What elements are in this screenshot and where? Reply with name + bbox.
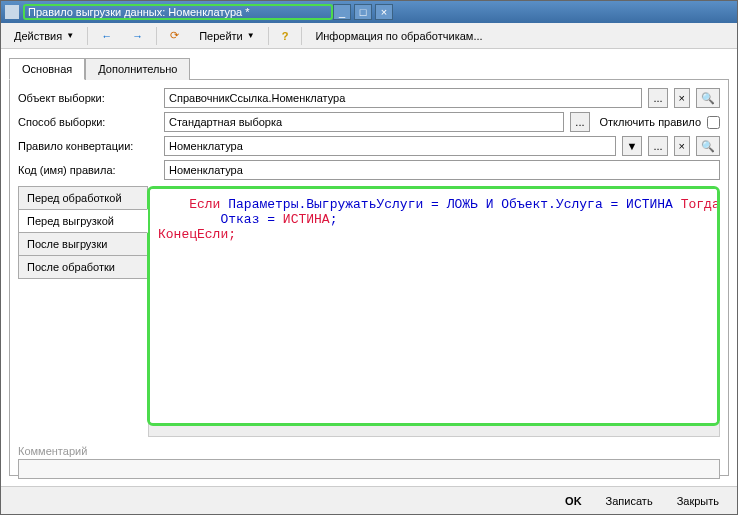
main-window: Правило выгрузки данных: Номенклатура * …: [0, 0, 738, 515]
code-editor[interactable]: Если Параметры.ВыгружатьУслуги = ЛОЖЬ И …: [147, 186, 720, 426]
conversion-rule-lookup[interactable]: 🔍: [696, 136, 720, 156]
keyword-then: Тогда: [681, 197, 720, 212]
separator: [156, 27, 157, 45]
goto-label: Перейти: [199, 30, 243, 42]
code-area: Перед обработкой Перед выгрузкой После в…: [18, 186, 720, 426]
nav-fwd-button[interactable]: →: [125, 27, 150, 45]
window-title: Правило выгрузки данных: Номенклатура *: [23, 4, 333, 20]
minimize-button[interactable]: _: [333, 4, 351, 20]
conversion-rule-input[interactable]: [164, 136, 616, 156]
side-tab-before-upload[interactable]: Перед выгрузкой: [18, 209, 148, 233]
selection-method-input[interactable]: [164, 112, 564, 132]
minimize-icon: _: [339, 6, 345, 18]
save-button[interactable]: Записать: [596, 492, 663, 510]
row-conversion-rule: Правило конвертации: ▼ ... × 🔍: [18, 136, 720, 156]
conversion-rule-ellipsis[interactable]: ...: [648, 136, 667, 156]
titlebar: Правило выгрузки данных: Номенклатура * …: [1, 1, 737, 23]
maximize-icon: □: [360, 6, 367, 18]
comment-section: Комментарий: [18, 445, 720, 479]
row-selection-method: Способ выборки: ... Отключить правило: [18, 112, 720, 132]
selection-object-label: Объект выборки:: [18, 92, 158, 104]
separator: [268, 27, 269, 45]
actions-label: Действия: [14, 30, 62, 42]
comment-label: Комментарий: [18, 445, 720, 457]
code-semi: ;: [330, 212, 338, 227]
keyword-endif: КонецЕсли;: [158, 227, 236, 242]
selection-method-label: Способ выборки:: [18, 116, 158, 128]
code-indent: [158, 212, 220, 227]
tab-strip: Основная Дополнительно: [9, 57, 729, 79]
separator: [301, 27, 302, 45]
selection-object-ellipsis[interactable]: ...: [648, 88, 667, 108]
code-deny: Отказ =: [220, 212, 282, 227]
nav-back-button[interactable]: ←: [94, 27, 119, 45]
side-tab-before-process[interactable]: Перед обработкой: [18, 186, 148, 210]
tab-main[interactable]: Основная: [9, 58, 85, 80]
comment-input[interactable]: [18, 459, 720, 479]
chevron-down-icon: ▼: [247, 31, 255, 40]
separator: [87, 27, 88, 45]
side-tab-after-process[interactable]: После обработки: [18, 255, 148, 279]
close-window-button[interactable]: Закрыть: [667, 492, 729, 510]
side-tab-after-upload[interactable]: После выгрузки: [18, 232, 148, 256]
window-icon: [5, 5, 19, 19]
selection-object-clear[interactable]: ×: [674, 88, 690, 108]
keyword-if: Если: [189, 197, 220, 212]
code-name-label: Код (имя) правила:: [18, 164, 158, 176]
event-tabs: Перед обработкой Перед выгрузкой После в…: [18, 186, 148, 426]
tab-content: Объект выборки: ... × 🔍 Способ выборки: …: [9, 79, 729, 476]
code-condition: Параметры.ВыгружатьУслуги = ЛОЖЬ И Объек…: [220, 197, 680, 212]
bottom-bar: OK Записать Закрыть: [1, 486, 737, 514]
tab-extra[interactable]: Дополнительно: [85, 58, 190, 80]
row-selection-object: Объект выборки: ... × 🔍: [18, 88, 720, 108]
close-button[interactable]: ×: [375, 4, 393, 20]
chevron-down-icon: ▼: [66, 31, 74, 40]
disable-rule-label: Отключить правило: [600, 116, 702, 128]
conversion-rule-clear[interactable]: ×: [674, 136, 690, 156]
actions-menu[interactable]: Действия▼: [7, 27, 81, 45]
disable-rule-checkbox[interactable]: [707, 116, 720, 129]
conversion-rule-label: Правило конвертации:: [18, 140, 158, 152]
selection-object-input[interactable]: [164, 88, 642, 108]
goto-menu[interactable]: Перейти▼: [192, 27, 262, 45]
toolbar: Действия▼ ← → ⟳ Перейти▼ ? Информация по…: [1, 23, 737, 49]
maximize-button[interactable]: □: [354, 4, 372, 20]
row-code-name: Код (имя) правила:: [18, 160, 720, 180]
help-button[interactable]: ?: [275, 27, 296, 45]
keyword-true: ИСТИНА: [283, 212, 330, 227]
selection-object-lookup[interactable]: 🔍: [696, 88, 720, 108]
selection-method-ellipsis[interactable]: ...: [570, 112, 589, 132]
handlers-info-button[interactable]: Информация по обработчикам...: [308, 27, 489, 45]
conversion-rule-dropdown[interactable]: ▼: [622, 136, 643, 156]
refresh-button[interactable]: ⟳: [163, 26, 186, 45]
body: Основная Дополнительно Объект выборки: .…: [1, 49, 737, 486]
ok-button[interactable]: OK: [555, 492, 592, 510]
code-name-input[interactable]: [164, 160, 720, 180]
close-icon: ×: [381, 6, 387, 18]
